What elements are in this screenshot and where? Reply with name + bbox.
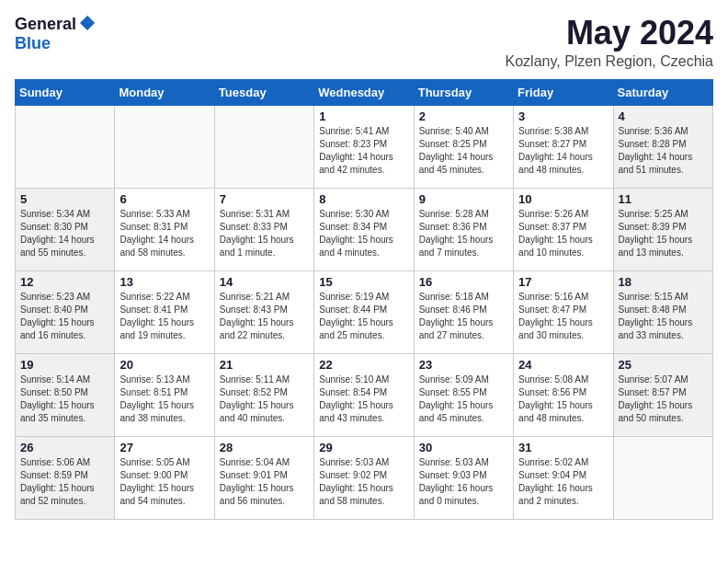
cell-info: Sunrise: 5:16 AM Sunset: 8:47 PM Dayligh…	[518, 291, 608, 342]
calendar-cell: 5Sunrise: 5:34 AM Sunset: 8:30 PM Daylig…	[16, 188, 115, 270]
calendar-cell: 7Sunrise: 5:31 AM Sunset: 8:33 PM Daylig…	[214, 188, 313, 270]
cell-info: Sunrise: 5:11 AM Sunset: 8:52 PM Dayligh…	[220, 373, 309, 425]
day-number: 6	[119, 192, 209, 206]
day-number: 9	[419, 192, 508, 206]
calendar-cell	[613, 436, 712, 519]
calendar-cell: 21Sunrise: 5:11 AM Sunset: 8:52 PM Dayli…	[214, 353, 313, 436]
cell-info: Sunrise: 5:10 AM Sunset: 8:54 PM Dayligh…	[319, 373, 408, 425]
day-number: 23	[419, 358, 508, 372]
calendar-cell: 17Sunrise: 5:16 AM Sunset: 8:47 PM Dayli…	[514, 270, 613, 353]
calendar-week-row: 5Sunrise: 5:34 AM Sunset: 8:30 PM Daylig…	[16, 188, 713, 270]
cell-info: Sunrise: 5:05 AM Sunset: 9:00 PM Dayligh…	[119, 456, 209, 508]
column-header-saturday: Saturday	[613, 79, 712, 105]
cell-info: Sunrise: 5:18 AM Sunset: 8:46 PM Dayligh…	[419, 291, 508, 342]
day-number: 1	[319, 109, 408, 123]
calendar-header-row: SundayMondayTuesdayWednesdayThursdayFrid…	[16, 79, 713, 105]
day-number: 18	[619, 275, 708, 289]
calendar-cell	[214, 105, 313, 188]
calendar-cell: 31Sunrise: 5:02 AM Sunset: 9:04 PM Dayli…	[514, 436, 613, 519]
day-number: 28	[220, 441, 309, 454]
column-header-friday: Friday	[514, 79, 613, 105]
day-number: 3	[518, 109, 608, 123]
cell-info: Sunrise: 5:02 AM Sunset: 9:04 PM Dayligh…	[518, 456, 608, 508]
column-header-thursday: Thursday	[414, 79, 513, 105]
calendar-cell	[16, 105, 115, 188]
day-number: 14	[220, 275, 309, 289]
calendar-cell: 27Sunrise: 5:05 AM Sunset: 9:00 PM Dayli…	[115, 436, 214, 519]
day-number: 12	[20, 275, 109, 289]
cell-info: Sunrise: 5:14 AM Sunset: 8:50 PM Dayligh…	[20, 373, 109, 425]
day-number: 2	[419, 109, 508, 123]
cell-info: Sunrise: 5:03 AM Sunset: 9:02 PM Dayligh…	[319, 456, 408, 508]
calendar-cell: 19Sunrise: 5:14 AM Sunset: 8:50 PM Dayli…	[16, 353, 115, 436]
cell-info: Sunrise: 5:09 AM Sunset: 8:55 PM Dayligh…	[419, 373, 508, 425]
cell-info: Sunrise: 5:36 AM Sunset: 8:28 PM Dayligh…	[619, 125, 708, 177]
logo: General Blue	[15, 15, 97, 53]
calendar-cell: 13Sunrise: 5:22 AM Sunset: 8:41 PM Dayli…	[115, 270, 214, 353]
calendar-cell: 12Sunrise: 5:23 AM Sunset: 8:40 PM Dayli…	[16, 270, 115, 353]
calendar-cell: 26Sunrise: 5:06 AM Sunset: 8:59 PM Dayli…	[16, 436, 115, 519]
calendar-cell: 23Sunrise: 5:09 AM Sunset: 8:55 PM Dayli…	[414, 353, 513, 436]
day-number: 17	[518, 275, 608, 289]
cell-info: Sunrise: 5:25 AM Sunset: 8:39 PM Dayligh…	[619, 208, 708, 259]
day-number: 16	[419, 275, 508, 289]
cell-info: Sunrise: 5:13 AM Sunset: 8:51 PM Dayligh…	[119, 373, 209, 425]
day-number: 8	[319, 192, 408, 206]
cell-info: Sunrise: 5:04 AM Sunset: 9:01 PM Dayligh…	[220, 456, 309, 508]
svg-marker-1	[87, 16, 95, 23]
day-number: 11	[619, 192, 708, 206]
calendar-cell: 4Sunrise: 5:36 AM Sunset: 8:28 PM Daylig…	[613, 105, 712, 188]
logo-blue-text: Blue	[15, 34, 51, 52]
calendar-cell: 14Sunrise: 5:21 AM Sunset: 8:43 PM Dayli…	[214, 270, 313, 353]
cell-info: Sunrise: 5:06 AM Sunset: 8:59 PM Dayligh…	[20, 456, 109, 508]
cell-info: Sunrise: 5:08 AM Sunset: 8:56 PM Dayligh…	[518, 373, 608, 425]
calendar-cell: 9Sunrise: 5:28 AM Sunset: 8:36 PM Daylig…	[414, 188, 513, 270]
day-number: 27	[119, 441, 209, 454]
calendar-cell: 22Sunrise: 5:10 AM Sunset: 8:54 PM Dayli…	[314, 353, 414, 436]
cell-info: Sunrise: 5:23 AM Sunset: 8:40 PM Dayligh…	[20, 291, 109, 342]
calendar-cell: 11Sunrise: 5:25 AM Sunset: 8:39 PM Dayli…	[613, 188, 712, 270]
day-number: 21	[220, 358, 309, 372]
day-number: 26	[20, 441, 109, 454]
cell-info: Sunrise: 5:41 AM Sunset: 8:23 PM Dayligh…	[319, 125, 408, 177]
column-header-monday: Monday	[115, 79, 214, 105]
calendar-cell: 8Sunrise: 5:30 AM Sunset: 8:34 PM Daylig…	[314, 188, 414, 270]
day-number: 24	[518, 358, 608, 372]
cell-info: Sunrise: 5:07 AM Sunset: 8:57 PM Dayligh…	[619, 373, 708, 425]
cell-info: Sunrise: 5:34 AM Sunset: 8:30 PM Dayligh…	[20, 208, 109, 259]
cell-info: Sunrise: 5:03 AM Sunset: 9:03 PM Dayligh…	[419, 456, 508, 508]
calendar-cell: 10Sunrise: 5:26 AM Sunset: 8:37 PM Dayli…	[514, 188, 613, 270]
day-number: 20	[119, 358, 209, 372]
cell-info: Sunrise: 5:31 AM Sunset: 8:33 PM Dayligh…	[220, 208, 309, 259]
column-header-tuesday: Tuesday	[214, 79, 313, 105]
calendar-cell: 30Sunrise: 5:03 AM Sunset: 9:03 PM Dayli…	[414, 436, 513, 519]
location: Kozlany, Plzen Region, Czechia	[506, 53, 714, 70]
calendar-week-row: 19Sunrise: 5:14 AM Sunset: 8:50 PM Dayli…	[16, 353, 713, 436]
cell-info: Sunrise: 5:19 AM Sunset: 8:44 PM Dayligh…	[319, 291, 408, 342]
calendar-cell: 1Sunrise: 5:41 AM Sunset: 8:23 PM Daylig…	[314, 105, 414, 188]
calendar-cell: 15Sunrise: 5:19 AM Sunset: 8:44 PM Dayli…	[314, 270, 414, 353]
cell-info: Sunrise: 5:33 AM Sunset: 8:31 PM Dayligh…	[119, 208, 209, 259]
calendar-cell: 16Sunrise: 5:18 AM Sunset: 8:46 PM Dayli…	[414, 270, 513, 353]
cell-info: Sunrise: 5:38 AM Sunset: 8:27 PM Dayligh…	[518, 125, 608, 177]
cell-info: Sunrise: 5:26 AM Sunset: 8:37 PM Dayligh…	[518, 208, 608, 259]
day-number: 25	[619, 358, 708, 372]
day-number: 13	[119, 275, 209, 289]
calendar-cell	[115, 105, 214, 188]
column-header-wednesday: Wednesday	[314, 79, 414, 105]
day-number: 5	[20, 192, 109, 206]
day-number: 7	[220, 192, 309, 206]
day-number: 29	[319, 441, 408, 454]
cell-info: Sunrise: 5:30 AM Sunset: 8:34 PM Dayligh…	[319, 208, 408, 259]
day-number: 15	[319, 275, 408, 289]
day-number: 31	[518, 441, 608, 454]
calendar-week-row: 1Sunrise: 5:41 AM Sunset: 8:23 PM Daylig…	[16, 105, 713, 188]
calendar-cell: 6Sunrise: 5:33 AM Sunset: 8:31 PM Daylig…	[115, 188, 214, 270]
day-number: 30	[419, 441, 508, 454]
calendar-cell: 3Sunrise: 5:38 AM Sunset: 8:27 PM Daylig…	[514, 105, 613, 188]
logo-icon	[78, 14, 97, 32]
cell-info: Sunrise: 5:28 AM Sunset: 8:36 PM Dayligh…	[419, 208, 508, 259]
cell-info: Sunrise: 5:40 AM Sunset: 8:25 PM Dayligh…	[419, 125, 508, 177]
cell-info: Sunrise: 5:22 AM Sunset: 8:41 PM Dayligh…	[119, 291, 209, 342]
calendar-cell: 24Sunrise: 5:08 AM Sunset: 8:56 PM Dayli…	[514, 353, 613, 436]
